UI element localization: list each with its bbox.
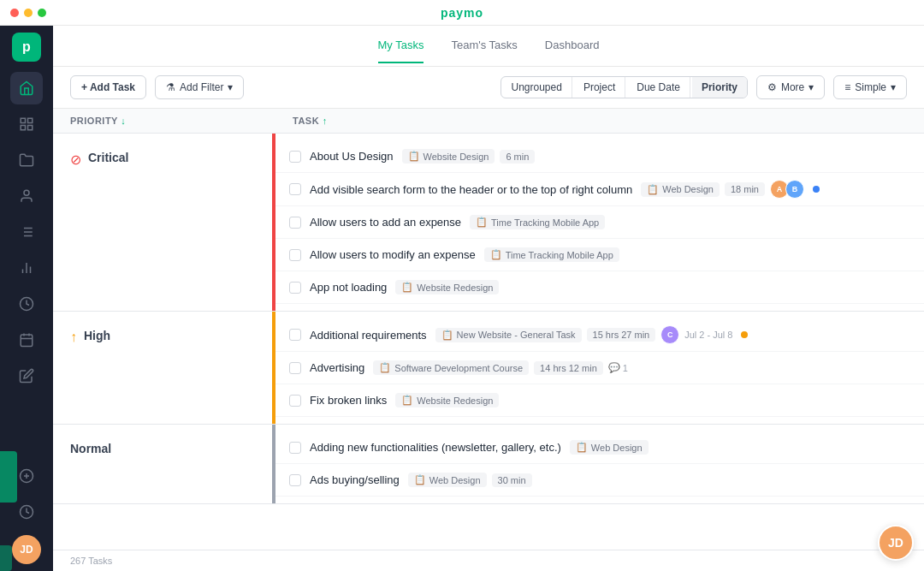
table-row[interactable]: Advertising 📋 Software Development Cours… — [275, 352, 924, 384]
sidebar-brand: p — [12, 33, 41, 62]
task-tag: 📋 Website Design — [402, 149, 495, 164]
table-row[interactable]: Allow users to add an expense 📋 Time Tra… — [275, 206, 924, 239]
task-name: Additional requirements — [310, 329, 427, 342]
task-tag: 📋 Web Design — [641, 182, 720, 197]
close-dot[interactable] — [10, 9, 19, 17]
task-checkbox[interactable] — [289, 474, 301, 486]
group-ungrouped[interactable]: Ungrouped — [501, 77, 572, 98]
task-tag: 📋 Web Design — [408, 473, 487, 487]
group-due-date[interactable]: Due Date — [627, 77, 690, 98]
table-row[interactable]: Additional requirements 📋 New Website - … — [275, 318, 924, 352]
high-icon: ↑ — [70, 330, 77, 345]
toolbar: + Add Task ⚗ Add Filter ▾ Ungrouped Proj… — [53, 67, 924, 109]
task-checkbox[interactable] — [289, 183, 301, 195]
task-checkbox[interactable] — [289, 282, 301, 294]
table-row[interactable]: App not loading 📋 Website Redesign — [275, 271, 924, 304]
task-checkbox[interactable] — [289, 395, 301, 407]
avatar: B — [785, 180, 804, 199]
filter-icon: ⚗ — [166, 81, 175, 93]
tag-icon: 📋 — [408, 151, 420, 162]
task-name: Fix broken links — [310, 394, 387, 407]
add-task-label: + Add Task — [81, 81, 135, 93]
group-project[interactable]: Project — [574, 77, 625, 98]
sidebar-item-analytics[interactable] — [10, 252, 43, 284]
sidebar-item-tasks[interactable] — [10, 216, 43, 248]
status-dot — [813, 186, 820, 193]
task-time: 6 min — [500, 150, 535, 164]
task-time: 14 hrs 12 min — [534, 361, 603, 375]
normal-tasks: Adding new functionalities (newsletter, … — [275, 425, 924, 503]
sidebar-item-home[interactable] — [10, 72, 43, 104]
task-name: Adding new functionalities (newsletter, … — [310, 441, 561, 454]
tab-team-tasks[interactable]: Team's Tasks — [451, 28, 517, 63]
task-tag: 📋 Website Redesign — [395, 393, 499, 407]
task-time: 18 min — [725, 182, 765, 196]
svg-rect-2 — [28, 126, 33, 130]
task-tag: 📋 Time Tracking Mobile App — [470, 215, 605, 229]
sidebar-item-clients[interactable] — [10, 180, 43, 212]
priority-group-critical: ⊘ Critical About Us Design 📋 Website Des… — [53, 134, 924, 312]
minimize-dot[interactable] — [24, 9, 33, 17]
task-checkbox[interactable] — [289, 217, 301, 229]
tag-icon: 📋 — [476, 217, 488, 228]
task-name: Add visible search form to the header or… — [310, 183, 632, 196]
simple-chevron: ▾ — [891, 81, 896, 93]
list-view-icon: ≡ — [844, 81, 850, 93]
task-time: 30 min — [492, 473, 532, 487]
priority-label-high: ↑ High — [53, 312, 275, 424]
tag-icon: 📋 — [401, 282, 413, 293]
task-list: ⊘ Critical About Us Design 📋 Website Des… — [53, 134, 924, 550]
more-button[interactable]: ⚙ More ▾ — [756, 75, 825, 99]
bottom-avatar[interactable]: JD — [878, 525, 914, 561]
simple-button[interactable]: ≡ Simple ▾ — [833, 75, 907, 99]
add-filter-label: Add Filter — [180, 81, 223, 93]
priority-group-high: ↑ High Additional requirements 📋 New Web… — [53, 312, 924, 425]
sidebar-item-projects[interactable] — [10, 144, 43, 176]
title-bar: paymo — [0, 0, 924, 26]
task-name: App not loading — [310, 281, 387, 294]
priority-group-normal: Normal Adding new functionalities (newsl… — [53, 425, 924, 504]
tab-dashboard[interactable]: Dashboard — [545, 28, 600, 63]
tag-icon: 📋 — [414, 474, 426, 485]
table-row[interactable]: Fix broken links 📋 Website Redesign — [275, 384, 924, 417]
svg-point-4 — [24, 190, 29, 195]
maximize-dot[interactable] — [38, 9, 46, 17]
nav-tabs: My Tasks Team's Tasks Dashboard — [53, 26, 924, 67]
group-priority[interactable]: Priority — [692, 77, 747, 98]
add-task-button[interactable]: + Add Task — [70, 75, 146, 99]
tab-my-tasks[interactable]: My Tasks — [378, 28, 424, 63]
sidebar-item-time[interactable] — [10, 288, 43, 320]
filter-chevron: ▾ — [228, 81, 233, 93]
status-dot — [741, 331, 748, 338]
tag-icon: 📋 — [490, 249, 502, 260]
user-avatar[interactable]: JD — [12, 535, 41, 564]
task-checkbox[interactable] — [289, 442, 301, 454]
tag-icon: 📋 — [401, 395, 413, 406]
sidebar-item-calendar[interactable] — [10, 324, 43, 356]
table-row[interactable]: Adding new functionalities (newsletter, … — [275, 431, 924, 464]
task-comments: 💬 1 — [608, 362, 628, 373]
task-name: Allow users to modify an expense — [310, 248, 476, 261]
gear-icon: ⚙ — [767, 81, 777, 93]
sidebar-item-edit[interactable] — [10, 360, 43, 392]
task-date: Jul 2 - Jul 8 — [684, 330, 732, 340]
header-task: TASK ↑ — [293, 116, 907, 126]
table-row[interactable]: Ads buying/selling 📋 Web Design 30 min — [275, 464, 924, 497]
avatar: C — [660, 325, 679, 344]
table-row[interactable]: About Us Design 📋 Website Design 6 min — [275, 140, 924, 173]
task-checkbox[interactable] — [289, 249, 301, 261]
table-row[interactable]: Add visible search form to the header or… — [275, 173, 924, 206]
task-tag: 📋 Software Development Course — [373, 360, 529, 375]
sidebar-item-reports[interactable] — [10, 108, 43, 140]
task-tag: 📋 Time Tracking Mobile App — [484, 247, 619, 262]
tag-icon: 📋 — [441, 330, 453, 341]
add-filter-button[interactable]: ⚗ Add Filter ▾ — [155, 75, 244, 99]
task-name: About Us Design — [310, 150, 394, 163]
task-checkbox[interactable] — [289, 329, 301, 341]
task-checkbox[interactable] — [289, 362, 301, 374]
critical-text: Critical — [88, 151, 128, 164]
task-tag: 📋 New Website - General Task — [435, 328, 582, 342]
table-row[interactable]: Allow users to modify an expense 📋 Time … — [275, 239, 924, 271]
task-checkbox[interactable] — [289, 151, 301, 163]
task-name: Advertising — [310, 361, 364, 374]
